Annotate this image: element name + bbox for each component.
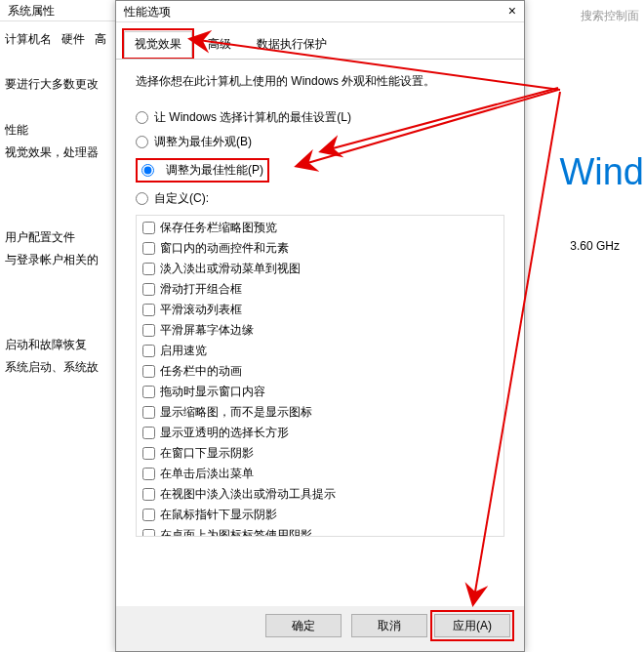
radio-best-appearance[interactable]: 调整为最佳外观(B)	[136, 134, 504, 150]
radio-label: 调整为最佳外观(B)	[154, 134, 252, 150]
check-label: 在单击后淡出菜单	[160, 466, 254, 482]
cancel-button[interactable]: 取消	[351, 614, 427, 637]
checkbox[interactable]	[142, 222, 155, 234]
tab-dep[interactable]: 数据执行保护	[246, 31, 338, 58]
radio-let-windows[interactable]: 让 Windows 选择计算机的最佳设置(L)	[136, 109, 504, 126]
tab-advanced[interactable]: 高级	[197, 31, 242, 58]
check-item[interactable]: 淡入淡出或滑动菜单到视图	[142, 261, 498, 277]
checkbox[interactable]	[142, 447, 155, 460]
checkbox[interactable]	[142, 386, 155, 398]
checkbox[interactable]	[142, 365, 155, 378]
checkbox[interactable]	[142, 324, 155, 337]
checkbox[interactable]	[142, 406, 155, 419]
check-label: 启用速览	[160, 343, 207, 359]
bg-group1-title: 性能	[5, 122, 122, 139]
checkbox[interactable]	[142, 304, 155, 316]
check-item[interactable]: 在窗口下显示阴影	[142, 445, 498, 462]
search-placeholder[interactable]: 搜索控制面	[581, 8, 639, 24]
check-label: 保存任务栏缩略图预览	[160, 220, 277, 236]
check-label: 平滑滚动列表框	[160, 302, 242, 318]
bg-tabs: 计算机名 硬件 高	[5, 31, 106, 48]
check-item[interactable]: 拖动时显示窗口内容	[142, 384, 498, 400]
bg-line1: 要进行大多数更改	[5, 76, 122, 93]
checkbox[interactable]	[142, 345, 155, 357]
check-label: 在视图中淡入淡出或滑动工具提示	[160, 486, 336, 503]
check-item[interactable]: 滑动打开组合框	[142, 281, 498, 298]
radio-input-custom[interactable]	[136, 192, 148, 205]
check-label: 拖动时显示窗口内容	[160, 384, 265, 400]
check-item[interactable]: 在鼠标指针下显示阴影	[142, 507, 498, 523]
checkbox[interactable]	[142, 427, 155, 439]
radio-input-best-performance[interactable]	[141, 164, 154, 177]
checkbox[interactable]	[142, 468, 155, 480]
check-item[interactable]: 窗口内的动画控件和元素	[142, 240, 498, 257]
effects-checklist[interactable]: 保存任务栏缩略图预览窗口内的动画控件和元素淡入淡出或滑动菜单到视图滑动打开组合框…	[136, 215, 504, 537]
ok-button[interactable]: 确定	[265, 614, 342, 637]
radio-label: 调整为最佳性能(P)	[166, 162, 263, 179]
check-item[interactable]: 在视图中淡入淡出或滑动工具提示	[142, 486, 498, 503]
check-item[interactable]: 平滑滚动列表框	[142, 302, 498, 318]
radio-input-best-appearance[interactable]	[136, 136, 148, 148]
check-label: 滑动打开组合框	[160, 281, 242, 298]
bg-tab-computername[interactable]: 计算机名	[5, 32, 52, 46]
check-label: 显示亚透明的选择长方形	[160, 425, 289, 441]
check-item[interactable]: 显示缩略图，而不是显示图标	[142, 404, 498, 421]
bg-group2-title: 用户配置文件	[5, 229, 122, 246]
highlight-tab-visual: 视觉效果	[122, 28, 194, 59]
bg-tab-hardware[interactable]: 硬件	[61, 32, 85, 46]
radio-group: 让 Windows 选择计算机的最佳设置(L) 调整为最佳外观(B) 调整为最佳…	[136, 109, 504, 207]
radio-best-performance-row: 调整为最佳性能(P)	[136, 158, 504, 183]
cpu-ghz: 3.60 GHz	[570, 239, 620, 253]
description-text: 选择你想在此计算机上使用的 Windows 外观和性能设置。	[136, 73, 504, 90]
check-item[interactable]: 在桌面上为图标标签使用阴影	[142, 527, 498, 537]
highlight-apply: 应用(A)	[430, 610, 514, 641]
bg-group3-title: 启动和故障恢复	[5, 337, 122, 353]
check-label: 平滑屏幕字体边缘	[160, 322, 254, 339]
close-icon[interactable]: ×	[508, 3, 516, 19]
bg-title-bar: 系统属性	[0, 0, 117, 21]
checkbox[interactable]	[142, 529, 155, 537]
check-item[interactable]: 启用速览	[142, 343, 498, 359]
dialog-title-bar: 性能选项 ×	[116, 1, 524, 22]
check-item[interactable]: 显示亚透明的选择长方形	[142, 425, 498, 441]
check-label: 在鼠标指针下显示阴影	[160, 507, 277, 523]
check-label: 在窗口下显示阴影	[160, 445, 254, 462]
radio-label: 自定义(C):	[154, 190, 209, 207]
check-label: 淡入淡出或滑动菜单到视图	[160, 261, 301, 277]
tab-visual-effects[interactable]: 视觉效果	[124, 31, 192, 58]
windows-logo-text: Wind	[559, 151, 644, 193]
dialog-title-text: 性能选项	[124, 5, 171, 19]
performance-options-dialog: 性能选项 × 视觉效果 高级 数据执行保护 选择你想在此计算机上使用的 Wind…	[115, 0, 525, 652]
check-item[interactable]: 在单击后淡出菜单	[142, 466, 498, 482]
bg-body: 要进行大多数更改 性能 视觉效果，处理器 用户配置文件 与登录帐户相关的 启动和…	[5, 59, 122, 376]
check-label: 任务栏中的动画	[160, 363, 242, 380]
checkbox[interactable]	[142, 242, 155, 255]
checkbox[interactable]	[142, 488, 155, 501]
bg-group2-line: 与登录帐户相关的	[5, 252, 122, 268]
check-item[interactable]: 平滑屏幕字体边缘	[142, 322, 498, 339]
button-bar: 确定 取消 应用(A)	[260, 610, 514, 641]
bg-group3-line: 系统启动、系统故	[5, 359, 122, 376]
radio-input-let-windows[interactable]	[136, 111, 148, 124]
check-item[interactable]: 保存任务栏缩略图预览	[142, 220, 498, 236]
checkbox[interactable]	[142, 283, 155, 296]
bg-group1-line: 视觉效果，处理器	[5, 144, 122, 161]
tab-content: 选择你想在此计算机上使用的 Windows 外观和性能设置。 让 Windows…	[116, 60, 524, 606]
check-label: 在桌面上为图标标签使用阴影	[160, 527, 312, 537]
check-item[interactable]: 任务栏中的动画	[142, 363, 498, 380]
checkbox[interactable]	[142, 509, 155, 521]
check-label: 窗口内的动画控件和元素	[160, 240, 289, 257]
radio-label: 让 Windows 选择计算机的最佳设置(L)	[154, 109, 351, 126]
radio-custom[interactable]: 自定义(C):	[136, 190, 504, 207]
apply-button[interactable]: 应用(A)	[434, 614, 510, 637]
check-label: 显示缩略图，而不是显示图标	[160, 404, 312, 421]
highlight-best-performance: 调整为最佳性能(P)	[136, 158, 269, 183]
checkbox[interactable]	[142, 263, 155, 275]
bg-tab-advanced[interactable]: 高	[95, 32, 106, 46]
dialog-tabs: 视觉效果 高级 数据执行保护	[116, 22, 524, 60]
